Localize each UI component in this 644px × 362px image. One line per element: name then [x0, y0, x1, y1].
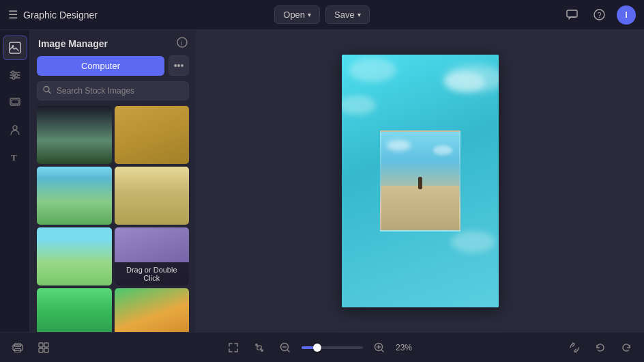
svg-text:i: i	[181, 40, 183, 46]
open-button[interactable]: Open ▾	[274, 5, 320, 24]
svg-line-29	[287, 350, 289, 352]
app-title: Graphic Designer	[23, 10, 98, 20]
embedded-image	[380, 130, 460, 232]
svg-point-13	[13, 126, 17, 130]
svg-point-8	[12, 71, 14, 74]
canvas-area	[196, 30, 644, 332]
svg-text:T: T	[11, 152, 17, 163]
svg-rect-24	[39, 348, 43, 352]
panel-actions: Computer •••	[30, 55, 196, 81]
info-icon[interactable]: i	[177, 37, 188, 50]
svg-rect-12	[12, 100, 18, 104]
sidebar-item-images[interactable]	[3, 36, 27, 60]
redo-icon[interactable]	[617, 338, 636, 357]
chat-icon[interactable]	[562, 5, 581, 25]
canvas-viewport[interactable]	[196, 30, 644, 332]
more-button[interactable]: •••	[169, 55, 189, 76]
image-manager-panel: Image Manager i Computer •••	[30, 30, 196, 332]
search-input[interactable]	[37, 81, 189, 100]
sidebar-item-filters[interactable]	[3, 63, 27, 87]
icon-sidebar: T	[0, 30, 30, 332]
drag-tooltip: Drag or Double Click	[115, 262, 190, 286]
resize-icon[interactable]	[250, 338, 269, 357]
list-item[interactable]	[37, 288, 112, 332]
help-icon[interactable]: ?	[589, 5, 609, 25]
fit-screen-icon[interactable]	[224, 338, 243, 357]
avatar[interactable]: I	[617, 5, 636, 25]
save-chevron: ▾	[357, 11, 361, 18]
panel-header: Image Manager i	[30, 30, 196, 55]
bottombar: 23%	[0, 332, 644, 362]
list-item[interactable]	[115, 106, 190, 164]
zoom-minus-icon[interactable]	[276, 338, 295, 357]
main-body: T Image Manager i Computer •••	[0, 30, 644, 332]
search-bar	[37, 81, 189, 100]
svg-point-10	[12, 76, 15, 79]
hamburger-icon[interactable]: ☰	[8, 8, 18, 21]
svg-point-9	[15, 74, 18, 76]
list-item[interactable]: Drag or Double Click	[115, 227, 190, 286]
svg-rect-25	[44, 348, 48, 352]
list-item[interactable]	[115, 167, 190, 225]
grid-icon[interactable]	[34, 338, 53, 357]
search-icon	[43, 86, 51, 96]
svg-point-17	[44, 87, 49, 92]
zoom-percent: 23%	[396, 343, 420, 352]
topbar: ☰ Graphic Designer Open ▾ Save ▾ ? I	[0, 0, 644, 30]
sidebar-item-layers[interactable]	[3, 90, 27, 115]
zoom-plus-icon[interactable]	[370, 338, 389, 357]
svg-rect-0	[567, 10, 577, 17]
image-grid: Drag or Double Click	[30, 106, 196, 332]
zoom-slider[interactable]	[302, 346, 363, 349]
computer-button[interactable]: Computer	[37, 56, 164, 76]
svg-rect-22	[39, 343, 43, 347]
open-chevron: ▾	[308, 11, 311, 18]
svg-rect-23	[44, 343, 48, 347]
undo-icon[interactable]	[591, 338, 610, 357]
sidebar-item-text[interactable]: T	[3, 145, 27, 169]
svg-line-33	[381, 350, 383, 352]
list-item[interactable]	[115, 288, 190, 332]
layers-icon[interactable]	[8, 338, 27, 357]
panel-title: Image Manager	[38, 38, 108, 49]
document-canvas	[342, 55, 499, 307]
svg-line-18	[49, 92, 51, 94]
save-button[interactable]: Save ▾	[325, 5, 370, 24]
svg-text:?: ?	[597, 11, 601, 19]
list-item[interactable]	[37, 227, 112, 286]
sidebar-item-people[interactable]	[3, 117, 27, 142]
list-item[interactable]	[37, 106, 112, 164]
list-item[interactable]	[37, 167, 112, 225]
transform-icon[interactable]	[565, 338, 584, 357]
